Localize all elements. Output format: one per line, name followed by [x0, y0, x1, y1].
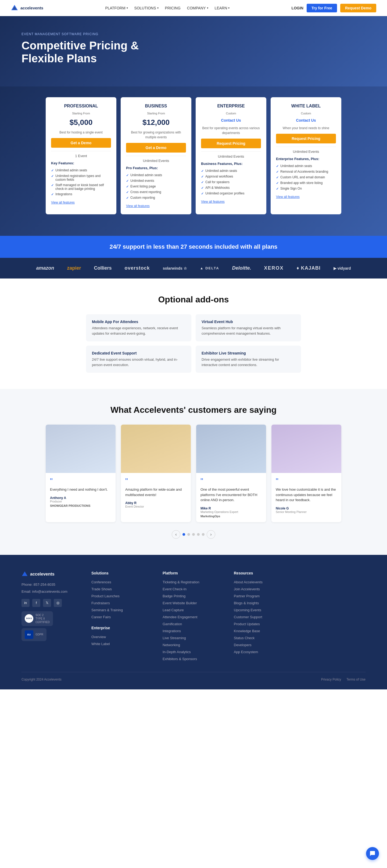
try-free-button[interactable]: Try for Free — [307, 4, 337, 12]
testimonial-quote-abby: Amazing platform for wide-scale and mult… — [125, 487, 186, 497]
plan-desc-professional: Best for hosting a single event — [51, 130, 111, 135]
footer-link-item: Conferences — [91, 580, 152, 584]
feature-item: Custom reporting — [126, 196, 186, 200]
footer-links-resources: About Accelevents Join Accelevents Partn… — [234, 580, 294, 654]
carousel-dot-4[interactable] — [197, 533, 200, 536]
social-facebook[interactable]: f — [32, 599, 40, 607]
addon-title-virtual: Virtual Event Hub — [202, 319, 295, 324]
plan-contact-whitelabel: Contact Us — [276, 118, 336, 122]
link-status-check[interactable]: Status Check — [234, 636, 255, 640]
footer-links-solutions: Conferences Trade Shows Product Launches… — [91, 580, 152, 619]
view-all-whitelabel[interactable]: View all features — [276, 195, 336, 199]
testimonial-quote-mike: One of the most powerful event platforms… — [201, 487, 262, 503]
link-join[interactable]: Join Accelevents — [234, 587, 260, 591]
nav-links: PLATFORM ▾ SOLUTIONS ▾ PRICING COMPANY ▾… — [105, 6, 230, 10]
link-trade-shows[interactable]: Trade Shows — [91, 587, 112, 591]
footer-link-item: Join Accelevents — [234, 587, 294, 591]
view-all-business[interactable]: View all features — [126, 204, 186, 208]
view-all-enterprise[interactable]: View all features — [201, 200, 261, 204]
carousel-dot-2[interactable] — [187, 533, 190, 536]
plan-cta-professional[interactable]: Get a Demo — [51, 138, 111, 148]
link-upcoming-events[interactable]: Upcoming Events — [234, 608, 261, 612]
link-developers[interactable]: Developers — [234, 643, 251, 647]
link-about[interactable]: About Accelevents — [234, 580, 263, 584]
link-integrations[interactable]: Integrations — [162, 629, 181, 633]
feature-item: Unlimited admin seats — [276, 164, 336, 168]
footer-link-item: Event Website Builder — [162, 600, 223, 606]
link-customer-support[interactable]: Customer Support — [234, 615, 262, 619]
link-analytics[interactable]: In-Depth Analytics — [162, 650, 191, 654]
footer-link-item: Blogs & Insights — [234, 600, 294, 606]
link-overview[interactable]: Overview — [91, 635, 106, 639]
footer-link-item: Knowledge Base — [234, 628, 294, 633]
link-knowledge-base[interactable]: Knowledge Base — [234, 629, 260, 633]
link-ticketing[interactable]: Ticketing & Registration — [162, 580, 200, 584]
testimonial-role-mike: Marketing Operations Expert — [201, 510, 262, 514]
addon-desc-support: 24/7 live support ensures smooth virtual… — [92, 357, 185, 367]
plan-whitelabel: WHITE LABEL Custom Contact Us When your … — [271, 97, 341, 214]
link-app-ecosystem[interactable]: App Ecosystem — [234, 650, 258, 654]
feature-item: Unlimited admin seats — [126, 173, 186, 177]
login-button[interactable]: LOGIN — [292, 6, 303, 10]
social-instagram[interactable]: ◎ — [54, 599, 62, 607]
carousel-prev[interactable]: ‹ — [172, 530, 180, 539]
nav-company[interactable]: COMPANY ▾ — [187, 6, 208, 10]
testimonial-brand-anthony: SHOWGEAR PRODUCTIONS — [50, 504, 111, 507]
footer-links-platform: Ticketing & Registration Event Check-In … — [162, 580, 223, 661]
footer-link-item: Upcoming Events — [234, 608, 294, 612]
link-fundraisers[interactable]: Fundraisers — [91, 601, 110, 605]
request-demo-nav-button[interactable]: Request Demo — [340, 4, 376, 12]
footer-col-platform: Platform Ticketing & Registration Event … — [162, 571, 223, 661]
carousel-dot-3[interactable] — [192, 533, 195, 536]
privacy-policy-link[interactable]: Privacy Policy — [321, 678, 341, 681]
testimonials-section: What Accelevents' customers are saying "… — [0, 389, 387, 555]
link-partner[interactable]: Partner Program — [234, 594, 260, 598]
hero-title: Competitive Pricing & Flexible Plans — [22, 39, 183, 65]
footer-col-title-resources: Resources — [234, 571, 294, 575]
nav-pricing[interactable]: PRICING — [165, 6, 181, 10]
link-gamification[interactable]: Gamification — [162, 622, 182, 626]
plan-cta-business[interactable]: Get a Demo — [126, 143, 186, 153]
testimonial-brand-mike: MarketingOps — [201, 515, 262, 518]
link-product-launches[interactable]: Product Launches — [91, 594, 120, 598]
nav-platform[interactable]: PLATFORM ▾ — [105, 6, 128, 10]
footer-enterprise-col: Enterprise Overview White Label — [91, 626, 152, 646]
footer-col-solutions: Solutions Conferences Trade Shows Produc… — [91, 571, 152, 661]
nav-logo[interactable]: accelevents — [11, 4, 43, 12]
link-exhibitors[interactable]: Exhibitors & Sponsors — [162, 657, 197, 661]
testimonial-photo-mike — [196, 425, 266, 473]
link-lead-capture[interactable]: Lead Capture — [162, 608, 184, 612]
nav-learn[interactable]: LEARN ▾ — [215, 6, 230, 10]
link-white-label[interactable]: White Label — [91, 642, 110, 646]
link-badge-printing[interactable]: Badge Printing — [162, 594, 185, 598]
link-networking[interactable]: Networking — [162, 643, 180, 647]
link-event-website[interactable]: Event Website Builder — [162, 601, 197, 605]
link-product-updates[interactable]: Product Updates — [234, 622, 260, 626]
link-conferences[interactable]: Conferences — [91, 580, 111, 584]
link-career-fairs[interactable]: Career Fairs — [91, 615, 111, 619]
view-all-professional[interactable]: View all features — [51, 200, 111, 205]
link-live-streaming[interactable]: Live Streaming — [162, 636, 186, 640]
plan-cta-enterprise[interactable]: Request Pricing — [201, 138, 261, 148]
carousel-dot-5[interactable] — [202, 533, 205, 536]
social-linkedin[interactable]: in — [22, 599, 30, 607]
carousel-dot-1[interactable] — [182, 533, 185, 536]
feature-item: Approval workflows — [201, 175, 261, 179]
social-twitter[interactable]: 𝕏 — [43, 599, 51, 607]
plan-contact-enterprise: Contact Us — [201, 118, 261, 122]
plan-features-title-professional: Key Features: — [51, 161, 111, 165]
link-blogs[interactable]: Blogs & Insights — [234, 601, 259, 605]
nav-solutions[interactable]: SOLUTIONS ▾ — [135, 6, 158, 10]
plan-events-enterprise: Unlimited Events — [201, 152, 261, 158]
plan-custom-enterprise: Custom — [201, 112, 261, 115]
footer-link-item: Lead Capture — [162, 608, 223, 612]
link-event-checkin[interactable]: Event Check-In — [162, 587, 186, 591]
logo-colliers: Colliers — [94, 265, 112, 271]
addon-title-streaming: Exhibitor Live Streaming — [202, 351, 295, 355]
support-banner: 24/7 support in less than 27 seconds inc… — [0, 236, 387, 258]
link-attendee-engagement[interactable]: Attendee Engagement — [162, 615, 197, 619]
carousel-next[interactable]: › — [207, 530, 215, 539]
plan-cta-whitelabel[interactable]: Request Pricing — [276, 134, 336, 144]
link-seminars[interactable]: Seminars & Training — [91, 608, 123, 612]
terms-of-use-link[interactable]: Terms of Use — [347, 678, 365, 681]
